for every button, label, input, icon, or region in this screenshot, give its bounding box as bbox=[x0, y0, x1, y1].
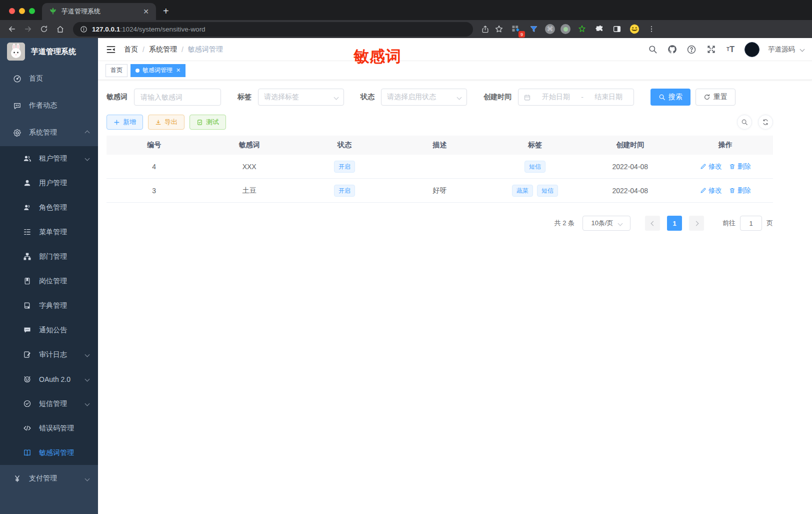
close-window-button[interactable] bbox=[9, 8, 15, 14]
users-icon bbox=[22, 154, 32, 164]
chevron-down-icon bbox=[85, 377, 90, 382]
fullscreen-icon[interactable] bbox=[706, 44, 716, 55]
tag-label: 首页 bbox=[110, 66, 122, 75]
puzzle-extensions-icon[interactable] bbox=[594, 23, 606, 35]
share-icon[interactable] bbox=[479, 23, 491, 35]
breadcrumb-separator: / bbox=[182, 46, 184, 54]
profile-avatar-icon[interactable] bbox=[628, 23, 640, 35]
sidebar-item-home[interactable]: 首页 bbox=[0, 65, 98, 92]
sidebar-item-role[interactable]: 角色管理 bbox=[0, 195, 98, 220]
browser-menu-icon[interactable] bbox=[646, 23, 658, 35]
sidebar-item-sensitive-word[interactable]: 敏感词管理 bbox=[0, 440, 98, 465]
browser-chrome: 芋道管理系统 ✕ + 127.0.0.1:1024/system/sensiti… bbox=[0, 0, 812, 38]
sidebar-item-user[interactable]: 用户管理 bbox=[0, 171, 98, 195]
sidebar-item-tenant[interactable]: 租户管理 bbox=[0, 146, 98, 171]
side-panel-icon[interactable] bbox=[611, 23, 623, 35]
breadcrumb-system[interactable]: 系统管理 bbox=[149, 45, 177, 54]
test-button-label: 测试 bbox=[206, 118, 219, 127]
delete-link[interactable]: 删除 bbox=[729, 162, 751, 171]
tag-select[interactable]: 请选择标签 bbox=[258, 89, 344, 106]
reset-button[interactable]: 重置 bbox=[696, 89, 736, 106]
current-page[interactable]: 1 bbox=[667, 216, 682, 231]
font-size-icon[interactable]: TT bbox=[725, 44, 736, 55]
caret-down-icon[interactable] bbox=[800, 47, 805, 52]
search-button[interactable]: 搜索 bbox=[650, 89, 690, 106]
bookmark-star-icon[interactable] bbox=[493, 23, 505, 35]
help-icon[interactable] bbox=[686, 44, 697, 55]
tag-close-icon[interactable]: ✕ bbox=[176, 67, 180, 74]
export-button[interactable]: 导出 bbox=[148, 115, 184, 130]
add-button[interactable]: 新增 bbox=[106, 115, 143, 130]
record-extension-icon[interactable] bbox=[560, 24, 570, 34]
chevron-down-icon bbox=[334, 95, 339, 100]
minimize-window-button[interactable] bbox=[19, 8, 25, 14]
edit-link[interactable]: 修改 bbox=[700, 186, 722, 195]
keyword-input[interactable] bbox=[134, 89, 221, 106]
site-info-icon[interactable] bbox=[80, 26, 88, 33]
badge-icon bbox=[22, 276, 32, 286]
green-star-extension-icon[interactable] bbox=[576, 23, 588, 35]
app-logo[interactable]: 芋道管理系统 bbox=[0, 38, 98, 65]
sidebar-item-label: 通知公告 bbox=[39, 326, 67, 335]
sidebar-item-label: 用户管理 bbox=[39, 179, 67, 188]
sidebar-item-notice[interactable]: 通知公告 bbox=[0, 318, 98, 342]
back-icon[interactable] bbox=[5, 22, 19, 36]
sidebar-item-audit-log[interactable]: 审计日志 bbox=[0, 342, 98, 367]
browser-toolbar: 127.0.0.1:1024/system/sensitive-word 9 ⌘ bbox=[0, 20, 812, 38]
command-extension-icon[interactable]: ⌘ bbox=[545, 24, 555, 34]
search-icon[interactable] bbox=[647, 44, 658, 55]
reload-icon[interactable] bbox=[37, 22, 51, 36]
sidebar-item-oauth[interactable]: OAuth 2.0 bbox=[0, 367, 98, 391]
tag-home[interactable]: 首页 bbox=[106, 64, 128, 77]
user-avatar[interactable] bbox=[744, 42, 760, 57]
status-badge: 开启 bbox=[334, 161, 355, 173]
zoom-window-button[interactable] bbox=[29, 8, 35, 14]
app-shell: 敏感词 芋道管理系统 首页 作者动态 系统管理 租户管理 bbox=[0, 38, 812, 514]
sidebar-item-dict[interactable]: 字典管理 bbox=[0, 293, 98, 318]
search-toggle-icon[interactable] bbox=[737, 115, 752, 130]
tag-sensitive-word[interactable]: 敏感词管理 ✕ bbox=[130, 64, 186, 77]
goto-page-input[interactable] bbox=[740, 216, 762, 231]
col-actions: 操作 bbox=[678, 141, 773, 150]
sidebar-item-dept[interactable]: 部门管理 bbox=[0, 244, 98, 269]
next-page-button[interactable] bbox=[689, 216, 704, 231]
refresh-table-icon[interactable] bbox=[758, 115, 773, 130]
delete-link[interactable]: 删除 bbox=[729, 186, 751, 195]
page-content: 敏感词 标签 请选择标签 状态 请选择启用状态 bbox=[98, 80, 773, 231]
sidebar-item-sms[interactable]: 短信管理 bbox=[0, 391, 98, 416]
breadcrumb-home[interactable]: 首页 bbox=[124, 45, 138, 54]
window-controls[interactable] bbox=[0, 8, 42, 20]
app-title: 芋道管理系统 bbox=[31, 47, 76, 57]
table-row: 3 土豆 开启 好呀 蔬菜 短信 2022-04-08 修改 bbox=[106, 179, 773, 203]
prev-page-button[interactable] bbox=[645, 216, 660, 231]
status-select[interactable]: 请选择启用状态 bbox=[381, 89, 467, 106]
cell-word: 土豆 bbox=[202, 186, 296, 195]
announcement-icon bbox=[22, 325, 32, 335]
edit-link[interactable]: 修改 bbox=[700, 162, 722, 171]
funnel-extension-icon[interactable] bbox=[528, 23, 540, 35]
date-start-placeholder: 开始日期 bbox=[536, 93, 576, 102]
sidebar-item-post[interactable]: 岗位管理 bbox=[0, 269, 98, 293]
url-bar[interactable]: 127.0.0.1:1024/system/sensitive-word bbox=[73, 22, 473, 37]
forward-icon[interactable] bbox=[21, 22, 35, 36]
menu-fold-icon[interactable] bbox=[106, 45, 116, 55]
sidebar-item-menu[interactable]: 菜单管理 bbox=[0, 220, 98, 244]
sidebar-item-payment[interactable]: 支付管理 bbox=[0, 465, 98, 492]
date-range-picker[interactable]: 开始日期 - 结束日期 bbox=[518, 89, 634, 106]
favicon-leaf-icon bbox=[49, 8, 57, 16]
tab-close-icon[interactable]: ✕ bbox=[141, 8, 151, 16]
sidebar-item-label: 部门管理 bbox=[39, 252, 67, 261]
home-icon[interactable] bbox=[53, 22, 67, 36]
sidebar-item-system[interactable]: 系统管理 bbox=[0, 119, 98, 146]
page-size-select[interactable]: 10条/页 bbox=[582, 216, 630, 231]
org-tree-icon bbox=[22, 252, 32, 262]
new-tab-button[interactable]: + bbox=[156, 6, 176, 20]
github-icon[interactable] bbox=[666, 44, 678, 55]
browser-tab[interactable]: 芋道管理系统 ✕ bbox=[42, 3, 156, 20]
grid-extension-icon[interactable]: 9 bbox=[510, 23, 522, 35]
sidebar-item-author-news[interactable]: 作者动态 bbox=[0, 92, 98, 119]
sidebar-item-label: 角色管理 bbox=[39, 203, 67, 212]
sidebar-item-error-code[interactable]: 错误码管理 bbox=[0, 416, 98, 440]
test-button[interactable]: 测试 bbox=[190, 115, 226, 130]
plus-icon bbox=[114, 119, 120, 126]
